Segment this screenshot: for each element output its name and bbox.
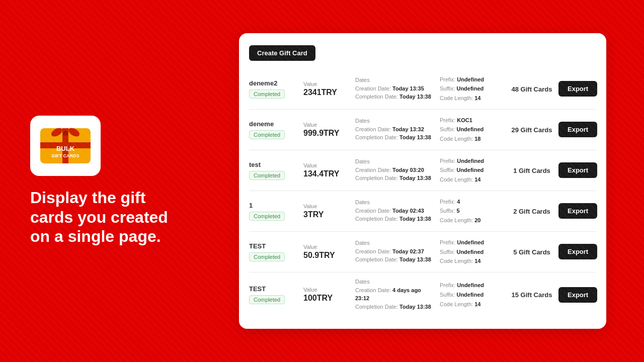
code-length-label: Code Length: (440, 301, 474, 307)
gift-card-count: 48 Gift Cards (512, 85, 552, 93)
col-prefix: Prefix: 4 Suffix: 5 Code Length: 20 (440, 197, 505, 225)
gift-card-count: 5 Gift Cards (513, 248, 550, 256)
row-name: test (249, 161, 299, 168)
value-label: Value (303, 287, 351, 293)
col-prefix: Prefix: Undefined Suffix: Undefined Code… (440, 75, 505, 103)
suffix-line: Suffix: Undefined (440, 125, 505, 134)
code-length-label: Code Length: (440, 95, 474, 101)
prefix-line: Prefix: Undefined (440, 75, 505, 84)
prefix-label: Prefix: (440, 158, 457, 164)
suffix-label: Suffix: (440, 85, 456, 92)
prefix-value: Undefined (457, 239, 484, 245)
prefix-value: Undefined (457, 158, 484, 164)
status-badge: Completed (249, 295, 285, 304)
table-row: deneme2 Completed Value 2341TRY Dates Cr… (249, 69, 596, 109)
suffix-label: Suffix: (440, 126, 456, 132)
col-prefix: Prefix: KOC1 Suffix: Undefined Code Leng… (440, 116, 505, 144)
col-count: 1 Gift Cards (509, 166, 554, 175)
value-label: Value (303, 244, 351, 250)
code-length-value: 18 (474, 136, 480, 142)
completion-date-value: Today 13:38 (399, 304, 431, 310)
create-gift-card-button[interactable]: Create Gift Card (249, 45, 315, 61)
table-row: TEST Completed Value 50.9TRY Dates Creat… (249, 231, 596, 272)
completion-date-label: Completion Date: (355, 94, 399, 100)
completion-date-label: Completion Date: (355, 256, 399, 262)
gift-card-count: 15 Gift Cards (512, 291, 552, 299)
completion-date-line: Completion Date: Today 13:38 (355, 133, 436, 142)
col-action: Export (558, 244, 597, 259)
row-name: deneme (249, 120, 299, 128)
suffix-value: Undefined (456, 126, 484, 132)
prefix-label: Prefix: (440, 199, 457, 205)
code-length-line: Code Length: 20 (440, 216, 505, 225)
export-button[interactable]: Export (558, 81, 597, 97)
col-value: Value 3TRY (303, 203, 351, 219)
left-panel: BULK GIFT CARDS Display the gift cards y… (0, 96, 211, 266)
prefix-line: Prefix: Undefined (440, 238, 505, 247)
status-badge: Completed (249, 252, 285, 261)
export-button[interactable]: Export (558, 122, 597, 137)
col-name: deneme Completed (249, 120, 299, 139)
status-badge: Completed (249, 212, 285, 221)
dates-label: Dates (355, 199, 436, 205)
export-button[interactable]: Export (558, 162, 597, 178)
completion-date-line: Completion Date: Today 13:38 (355, 215, 436, 223)
col-dates: Dates Creation Date: Today 03:20 Complet… (355, 158, 436, 183)
completion-date-line: Completion Date: Today 13:38 (355, 303, 436, 311)
suffix-value: Undefined (456, 167, 484, 173)
col-action: Export (558, 287, 597, 303)
code-length-value: 14 (474, 258, 480, 264)
prefix-line: Prefix: Undefined (440, 281, 505, 290)
creation-date-line: Creation Date: Today 13:32 (355, 125, 436, 134)
table-row: 1 Completed Value 3TRY Dates Creation Da… (249, 191, 596, 231)
suffix-line: Suffix: Undefined (440, 290, 505, 300)
value-label: Value (303, 203, 351, 209)
col-value: Value 134.4TRY (303, 162, 351, 178)
col-count: 48 Gift Cards (509, 84, 554, 94)
prefix-value: 4 (457, 199, 460, 205)
creation-date-label: Creation Date: (355, 208, 392, 214)
col-action: Export (558, 162, 597, 178)
creation-date-line: Creation Date: 4 days ago 23:12 (355, 286, 436, 303)
suffix-label: Suffix: (440, 167, 456, 173)
logo-svg: BULK GIFT CARDS (38, 123, 93, 168)
col-dates: Dates Creation Date: Today 13:32 Complet… (355, 118, 436, 142)
row-name: TEST (249, 285, 299, 293)
code-length-value: 14 (474, 176, 480, 183)
export-button[interactable]: Export (558, 287, 597, 303)
suffix-line: Suffix: Undefined (440, 165, 505, 175)
value-label: Value (303, 122, 351, 128)
prefix-line: Prefix: KOC1 (440, 116, 505, 125)
value-amount: 999.9TRY (303, 129, 351, 138)
export-button[interactable]: Export (558, 203, 597, 219)
prefix-value: Undefined (457, 76, 484, 82)
col-name: TEST Completed (249, 242, 299, 261)
prefix-label: Prefix: (440, 239, 457, 245)
dates-label: Dates (355, 240, 436, 246)
gift-card-count: 1 Gift Cards (513, 167, 550, 174)
status-badge: Completed (249, 130, 285, 139)
completion-date-value: Today 13:38 (399, 256, 431, 262)
prefix-line: Prefix: Undefined (440, 156, 505, 166)
creation-date-line: Creation Date: Today 03:20 (355, 166, 436, 174)
col-prefix: Prefix: Undefined Suffix: Undefined Code… (440, 238, 505, 266)
table-row: deneme Completed Value 999.9TRY Dates Cr… (249, 109, 596, 150)
table-row: TEST Completed Value 100TRY Dates Creati… (249, 272, 596, 317)
col-count: 29 Gift Cards (509, 125, 554, 134)
suffix-value: 5 (456, 208, 459, 214)
col-value: Value 100TRY (303, 287, 351, 303)
col-action: Export (558, 203, 597, 219)
export-button[interactable]: Export (558, 244, 597, 259)
col-name: TEST Completed (249, 285, 299, 304)
value-amount: 3TRY (303, 210, 351, 219)
col-prefix: Prefix: Undefined Suffix: Undefined Code… (440, 281, 505, 309)
logo-box: BULK GIFT CARDS (30, 116, 101, 176)
prefix-value: KOC1 (457, 117, 472, 123)
col-name: 1 Completed (249, 202, 299, 221)
code-length-line: Code Length: 14 (440, 300, 505, 309)
creation-date-label: Creation Date: (355, 126, 392, 132)
col-name: test Completed (249, 161, 299, 180)
col-action: Export (558, 122, 597, 137)
completion-date-value: Today 13:38 (399, 175, 431, 181)
svg-text:BULK: BULK (56, 145, 75, 152)
